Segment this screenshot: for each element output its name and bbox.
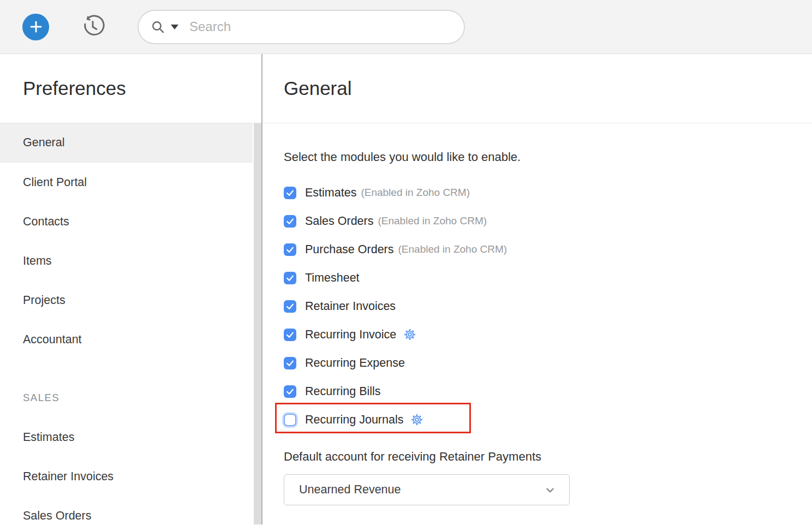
preferences-sidebar: Preferences GeneralClient PortalContacts… [0, 54, 262, 524]
checkmark-icon [285, 245, 295, 254]
checkbox-sales-orders[interactable] [284, 215, 296, 228]
checkmark-icon [285, 273, 295, 283]
module-label-recurring-expense: Recurring Expense [305, 356, 405, 370]
sidebar-title: Preferences [0, 54, 261, 123]
module-label-sales-orders: Sales Orders [305, 214, 373, 228]
module-label-recurring-bills: Recurring Bills [305, 385, 381, 398]
sidebar-item-client-portal[interactable]: Client Portal [0, 163, 253, 202]
history-icon [80, 14, 106, 40]
top-bar [0, 0, 812, 54]
module-label-estimates: Estimates [305, 186, 356, 200]
sidebar-item-accountant[interactable]: Accountant [0, 320, 253, 359]
checkbox-estimates[interactable] [284, 187, 296, 199]
general-settings-panel: General Select the modules you would lik… [262, 54, 812, 524]
module-row-purchase-orders: Purchase Orders(Enabled in Zoho CRM) [284, 235, 812, 264]
sidebar-item-general[interactable]: General [0, 123, 253, 163]
checkmark-icon [285, 188, 295, 198]
search-input[interactable] [189, 19, 452, 34]
checkbox-timesheet[interactable] [284, 272, 296, 284]
sidebar-item-estimates[interactable]: Estimates [0, 417, 253, 457]
plus-icon [29, 20, 43, 34]
recent-history-button[interactable] [80, 14, 106, 40]
checkmark-icon [285, 387, 295, 396]
caret-down-icon[interactable] [171, 25, 178, 29]
module-label-timesheet: Timesheet [305, 271, 360, 285]
checkbox-recurring-expense[interactable] [284, 357, 296, 369]
sidebar-item-retainer-invoices[interactable]: Retainer Invoices [0, 457, 253, 496]
module-row-sales-orders: Sales Orders(Enabled in Zoho CRM) [284, 207, 812, 235]
module-row-timesheet: Timesheet [284, 264, 812, 292]
module-label-retainer-invoices: Retainer Invoices [305, 300, 396, 313]
chevron-down-icon [544, 484, 556, 496]
modules-intro-text: Select the modules you would like to ena… [284, 148, 812, 166]
gear-icon[interactable] [411, 414, 423, 426]
app-body: Preferences GeneralClient PortalContacts… [0, 54, 812, 524]
checkbox-purchase-orders[interactable] [284, 243, 296, 256]
module-suffix-sales-orders: (Enabled in Zoho CRM) [378, 215, 487, 227]
sidebar-nav: GeneralClient PortalContactsItemsProject… [0, 123, 261, 524]
search-icon[interactable] [151, 20, 165, 34]
settings-content: Select the modules you would like to ena… [262, 148, 812, 505]
module-row-recurring-invoice: Recurring Invoice [284, 320, 812, 349]
checkbox-recurring-bills[interactable] [284, 385, 296, 398]
retainer-account-label: Default account for receiving Retainer P… [284, 448, 812, 466]
sidebar-item-sales-orders[interactable]: Sales Orders [0, 496, 253, 524]
sidebar-item-projects[interactable]: Projects [0, 281, 253, 320]
module-label-purchase-orders: Purchase Orders [305, 243, 394, 256]
module-list: Estimates(Enabled in Zoho CRM)Sales Orde… [284, 178, 812, 434]
module-label-recurring-invoice: Recurring Invoice [305, 328, 396, 342]
sidebar-item-contacts[interactable]: Contacts [0, 202, 253, 241]
module-row-retainer-invoices: Retainer Invoices [284, 292, 812, 320]
module-row-recurring-expense: Recurring Expense [284, 349, 812, 377]
retainer-account-value: Unearned Revenue [299, 483, 401, 497]
search-bar[interactable] [138, 10, 465, 44]
checkmark-icon [285, 302, 295, 311]
module-row-recurring-journals: Recurring Journals [284, 405, 812, 434]
page-title: General [262, 54, 812, 123]
add-new-button[interactable] [22, 14, 49, 40]
module-label-recurring-journals: Recurring Journals [305, 413, 403, 427]
module-row-estimates: Estimates(Enabled in Zoho CRM) [284, 178, 812, 207]
sidebar-item-items[interactable]: Items [0, 241, 253, 281]
sidebar-section-sales: SALES [0, 378, 261, 417]
module-suffix-estimates: (Enabled in Zoho CRM) [361, 187, 470, 199]
module-row-recurring-bills: Recurring Bills [284, 377, 812, 405]
module-suffix-purchase-orders: (Enabled in Zoho CRM) [398, 243, 507, 255]
checkbox-recurring-journals[interactable] [284, 414, 296, 426]
checkmark-icon [285, 217, 295, 226]
checkmark-icon [285, 359, 295, 368]
checkbox-retainer-invoices[interactable] [284, 300, 296, 313]
sidebar-scrollbar[interactable] [254, 123, 261, 524]
gear-icon[interactable] [404, 329, 416, 341]
checkbox-recurring-invoice[interactable] [284, 329, 296, 341]
retainer-account-select[interactable]: Unearned Revenue [284, 474, 570, 505]
checkmark-icon [285, 330, 295, 339]
